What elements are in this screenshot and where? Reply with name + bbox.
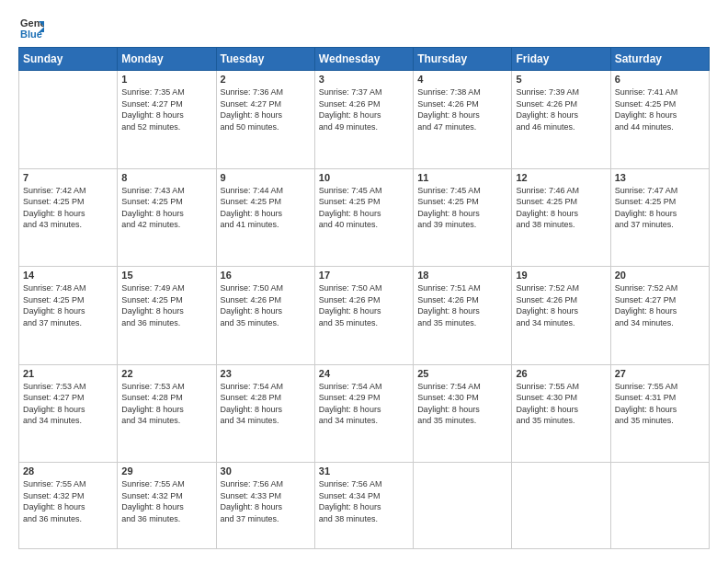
calendar-week-row: 28Sunrise: 7:55 AMSunset: 4:32 PMDayligh…: [19, 463, 710, 549]
cell-info: Sunrise: 7:54 AMSunset: 4:30 PMDaylight:…: [417, 381, 507, 427]
calendar-week-row: 1Sunrise: 7:35 AMSunset: 4:27 PMDaylight…: [19, 71, 710, 169]
calendar-week-row: 7Sunrise: 7:42 AMSunset: 4:25 PMDaylight…: [19, 168, 710, 267]
cell-info: Sunrise: 7:54 AMSunset: 4:29 PMDaylight:…: [319, 381, 409, 427]
cell-info: Sunrise: 7:52 AMSunset: 4:27 PMDaylight:…: [615, 282, 705, 328]
cell-info: Sunrise: 7:51 AMSunset: 4:26 PMDaylight:…: [417, 282, 507, 328]
cell-info: Sunrise: 7:49 AMSunset: 4:25 PMDaylight:…: [121, 282, 211, 328]
cell-info: Sunrise: 7:47 AMSunset: 4:25 PMDaylight:…: [615, 185, 705, 231]
cell-info: Sunrise: 7:46 AMSunset: 4:25 PMDaylight:…: [516, 185, 606, 231]
cell-info: Sunrise: 7:56 AMSunset: 4:33 PMDaylight:…: [221, 478, 311, 524]
cell-info: Sunrise: 7:36 AMSunset: 4:27 PMDaylight:…: [221, 86, 311, 132]
cell-info: Sunrise: 7:42 AMSunset: 4:25 PMDaylight:…: [23, 185, 113, 231]
weekday-header-wednesday: Wednesday: [314, 48, 413, 71]
day-number: 30: [221, 465, 311, 477]
calendar-cell: 6Sunrise: 7:41 AMSunset: 4:25 PMDaylight…: [610, 71, 709, 169]
cell-info: Sunrise: 7:56 AMSunset: 4:34 PMDaylight:…: [319, 478, 409, 524]
day-number: 15: [121, 270, 211, 281]
day-number: 19: [516, 270, 606, 281]
day-number: 20: [615, 270, 705, 281]
weekday-header-row: SundayMondayTuesdayWednesdayThursdayFrid…: [19, 48, 710, 71]
calendar-cell: 17Sunrise: 7:50 AMSunset: 4:26 PMDayligh…: [314, 267, 413, 365]
day-number: 22: [121, 368, 211, 379]
calendar-cell: 5Sunrise: 7:39 AMSunset: 4:26 PMDaylight…: [512, 71, 610, 169]
day-number: 13: [615, 172, 705, 183]
cell-info: Sunrise: 7:54 AMSunset: 4:28 PMDaylight:…: [221, 381, 311, 427]
calendar-cell: 8Sunrise: 7:43 AMSunset: 4:25 PMDaylight…: [118, 168, 216, 267]
calendar-cell: 23Sunrise: 7:54 AMSunset: 4:28 PMDayligh…: [216, 364, 314, 463]
day-number: 14: [23, 270, 113, 281]
day-number: 6: [615, 74, 705, 85]
calendar-cell: 4Sunrise: 7:38 AMSunset: 4:26 PMDaylight…: [414, 71, 512, 169]
calendar-cell: 28Sunrise: 7:55 AMSunset: 4:32 PMDayligh…: [19, 463, 118, 549]
calendar-cell: 26Sunrise: 7:55 AMSunset: 4:30 PMDayligh…: [512, 364, 610, 463]
cell-info: Sunrise: 7:53 AMSunset: 4:27 PMDaylight:…: [23, 381, 113, 427]
calendar-cell: 10Sunrise: 7:45 AMSunset: 4:25 PMDayligh…: [314, 168, 413, 267]
calendar-cell: 15Sunrise: 7:49 AMSunset: 4:25 PMDayligh…: [118, 267, 216, 365]
day-number: 23: [221, 368, 311, 379]
day-number: 3: [319, 74, 409, 85]
header: General Blue: [18, 14, 710, 40]
day-number: 18: [417, 270, 507, 281]
cell-info: Sunrise: 7:52 AMSunset: 4:26 PMDaylight:…: [516, 282, 606, 328]
weekday-header-monday: Monday: [118, 48, 216, 71]
day-number: 17: [319, 270, 409, 281]
day-number: 31: [319, 465, 409, 477]
day-number: 25: [417, 368, 507, 379]
calendar-week-row: 21Sunrise: 7:53 AMSunset: 4:27 PMDayligh…: [19, 364, 710, 463]
day-number: 16: [221, 270, 311, 281]
cell-info: Sunrise: 7:35 AMSunset: 4:27 PMDaylight:…: [121, 86, 211, 132]
weekday-header-friday: Friday: [512, 48, 610, 71]
cell-info: Sunrise: 7:41 AMSunset: 4:25 PMDaylight:…: [615, 86, 705, 132]
cell-info: Sunrise: 7:53 AMSunset: 4:28 PMDaylight:…: [121, 381, 211, 427]
calendar-cell: 1Sunrise: 7:35 AMSunset: 4:27 PMDaylight…: [118, 71, 216, 169]
cell-info: Sunrise: 7:55 AMSunset: 4:32 PMDaylight:…: [23, 478, 113, 524]
calendar-cell: 13Sunrise: 7:47 AMSunset: 4:25 PMDayligh…: [610, 168, 709, 267]
day-number: 28: [23, 465, 113, 477]
calendar-cell: 2Sunrise: 7:36 AMSunset: 4:27 PMDaylight…: [216, 71, 314, 169]
page: General Blue SundayMondayTuesdayWednesda…: [0, 0, 728, 563]
calendar-cell: 29Sunrise: 7:55 AMSunset: 4:32 PMDayligh…: [118, 463, 216, 549]
cell-info: Sunrise: 7:44 AMSunset: 4:25 PMDaylight:…: [221, 185, 311, 231]
calendar-cell: 31Sunrise: 7:56 AMSunset: 4:34 PMDayligh…: [314, 463, 413, 549]
svg-text:Blue: Blue: [20, 29, 42, 40]
calendar-cell: 25Sunrise: 7:54 AMSunset: 4:30 PMDayligh…: [414, 364, 512, 463]
cell-info: Sunrise: 7:48 AMSunset: 4:25 PMDaylight:…: [23, 282, 113, 328]
cell-info: Sunrise: 7:45 AMSunset: 4:25 PMDaylight:…: [417, 185, 507, 231]
logo-icon: General Blue: [18, 14, 44, 40]
cell-info: Sunrise: 7:50 AMSunset: 4:26 PMDaylight:…: [319, 282, 409, 328]
calendar-cell: [414, 463, 512, 549]
cell-info: Sunrise: 7:55 AMSunset: 4:31 PMDaylight:…: [615, 381, 705, 427]
day-number: 1: [121, 74, 211, 85]
calendar-cell: 20Sunrise: 7:52 AMSunset: 4:27 PMDayligh…: [610, 267, 709, 365]
calendar-cell: [610, 463, 709, 549]
day-number: 8: [121, 172, 211, 183]
day-number: 2: [221, 74, 311, 85]
logo: General Blue: [18, 14, 48, 40]
day-number: 4: [417, 74, 507, 85]
day-number: 21: [23, 368, 113, 379]
calendar-cell: 14Sunrise: 7:48 AMSunset: 4:25 PMDayligh…: [19, 267, 118, 365]
weekday-header-saturday: Saturday: [610, 48, 709, 71]
day-number: 7: [23, 172, 113, 183]
calendar-cell: 21Sunrise: 7:53 AMSunset: 4:27 PMDayligh…: [19, 364, 118, 463]
cell-info: Sunrise: 7:39 AMSunset: 4:26 PMDaylight:…: [516, 86, 606, 132]
calendar-cell: [512, 463, 610, 549]
calendar-cell: 18Sunrise: 7:51 AMSunset: 4:26 PMDayligh…: [414, 267, 512, 365]
weekday-header-thursday: Thursday: [414, 48, 512, 71]
calendar-cell: 22Sunrise: 7:53 AMSunset: 4:28 PMDayligh…: [118, 364, 216, 463]
cell-info: Sunrise: 7:43 AMSunset: 4:25 PMDaylight:…: [121, 185, 211, 231]
calendar-cell: 12Sunrise: 7:46 AMSunset: 4:25 PMDayligh…: [512, 168, 610, 267]
day-number: 5: [516, 74, 606, 85]
cell-info: Sunrise: 7:50 AMSunset: 4:26 PMDaylight:…: [221, 282, 311, 328]
cell-info: Sunrise: 7:45 AMSunset: 4:25 PMDaylight:…: [319, 185, 409, 231]
weekday-header-tuesday: Tuesday: [216, 48, 314, 71]
calendar-week-row: 14Sunrise: 7:48 AMSunset: 4:25 PMDayligh…: [19, 267, 710, 365]
calendar-cell: 3Sunrise: 7:37 AMSunset: 4:26 PMDaylight…: [314, 71, 413, 169]
calendar-cell: 19Sunrise: 7:52 AMSunset: 4:26 PMDayligh…: [512, 267, 610, 365]
day-number: 29: [121, 465, 211, 477]
cell-info: Sunrise: 7:37 AMSunset: 4:26 PMDaylight:…: [319, 86, 409, 132]
day-number: 26: [516, 368, 606, 379]
calendar-cell: 27Sunrise: 7:55 AMSunset: 4:31 PMDayligh…: [610, 364, 709, 463]
weekday-header-sunday: Sunday: [19, 48, 118, 71]
calendar-cell: 7Sunrise: 7:42 AMSunset: 4:25 PMDaylight…: [19, 168, 118, 267]
